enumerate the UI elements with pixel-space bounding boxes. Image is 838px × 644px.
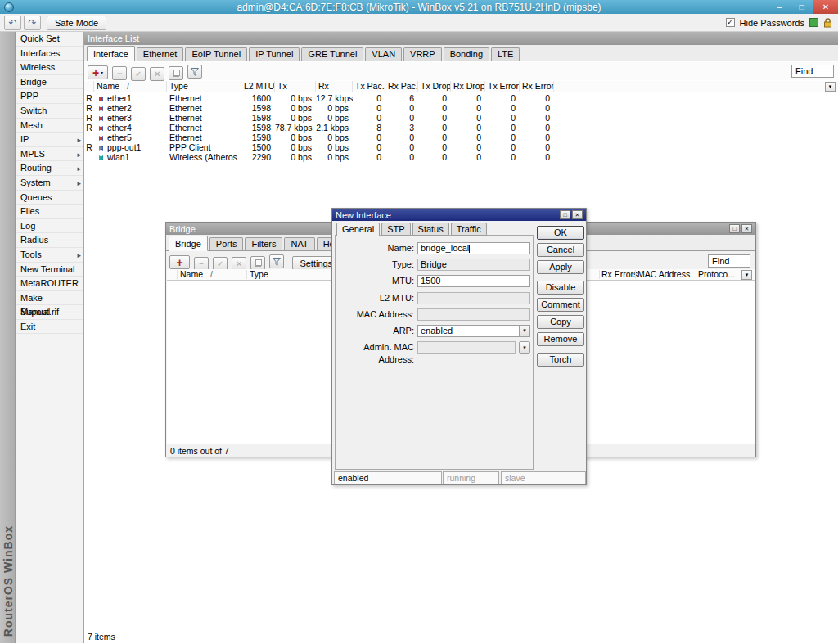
column-header-l2mtu[interactable]: L2 MTU [241,81,275,92]
table-row[interactable]: R ether2 Ethernet 1598 0 bps 0 bps 0 0 0… [84,103,838,113]
dialog-close-button[interactable]: ✕ [572,210,583,219]
tab-eoip-tunnel[interactable]: EoIP Tunnel [185,47,247,61]
sidebar-item-radius[interactable]: Radius [16,233,83,248]
table-row[interactable]: R ether3 Ethernet 1598 0 bps 0 bps 0 0 0… [84,113,838,123]
table-row[interactable]: R ether4 Ethernet 1598 78.7 kbps 2.1 kbp… [84,123,838,133]
column-header-rx-packets[interactable]: Rx Pac... [385,81,418,92]
arp-dropdown-button[interactable]: ▼ [519,326,529,336]
bridge-column-name[interactable]: Name/ [180,269,213,280]
safe-mode-button[interactable]: Safe Mode [47,16,106,30]
enable-button[interactable]: ✓ [131,67,146,81]
remove-button[interactable]: − [112,66,127,80]
sidebar-item-mpls[interactable]: MPLS▸ [16,147,83,162]
interface-list-titlebar[interactable]: Interface List [84,32,838,45]
sidebar-item-bridge[interactable]: Bridge [16,75,83,90]
column-header-rx[interactable]: Rx [316,81,353,92]
tab-vlan[interactable]: VLAN [365,47,402,61]
tab-gre-tunnel[interactable]: GRE Tunnel [301,47,363,61]
new-interface-titlebar[interactable]: New Interface □ ✕ [332,209,586,221]
torch-button[interactable]: Torch [537,353,584,367]
close-button[interactable]: ✕ [813,0,838,14]
sidebar-item-quick-set[interactable]: Quick Set [16,32,83,47]
cancel-button[interactable]: Cancel [537,243,584,257]
tab-stp[interactable]: STP [381,223,410,236]
app-titlebar[interactable]: admin@D4:CA:6D:7E:F8:CB (MikroTik) - Win… [0,0,838,14]
bridge-column-picker-button[interactable]: ▼ [741,270,752,280]
sidebar-item-system[interactable]: System▸ [16,176,83,191]
tab-general[interactable]: General [336,223,380,236]
bridge-find-input[interactable]: Find [708,254,750,268]
sidebar-item-routing[interactable]: Routing▸ [16,161,83,176]
filter-bridge-button[interactable] [269,254,284,268]
tab-filters[interactable]: Filters [245,237,282,250]
undo-button[interactable]: ↶ [4,16,21,30]
ok-button[interactable]: OK [537,226,584,240]
sidebar-item-wireless[interactable]: Wireless [16,61,83,75]
bridge-column-mac-address[interactable]: MAC Address [638,269,690,280]
tab-status[interactable]: Status [412,223,449,236]
sidebar-item-ip[interactable]: IP▸ [16,133,83,147]
column-header-name[interactable]: Name/ [94,81,167,92]
column-header-tx-drops[interactable]: Tx Drops [418,81,451,92]
column-header-rx-drops[interactable]: Rx Drops [451,81,485,92]
table-row[interactable]: R ether1 Ethernet 1600 0 bps 12.7 kbps 0… [84,93,838,103]
hide-passwords-checkbox[interactable]: ✓ [726,18,735,27]
sidebar-item-switch[interactable]: Switch [16,104,83,119]
table-row[interactable]: wlan1 Wireless (Atheros 11N) 2290 0 bps … [84,152,838,162]
bridge-maximize-button[interactable]: □ [729,224,740,233]
sidebar-item-interfaces[interactable]: Interfaces [16,47,83,61]
sidebar-item-new-terminal[interactable]: New Terminal [16,263,83,277]
column-header-tx-packets[interactable]: Tx Pac... [353,81,385,92]
table-row[interactable]: R ppp-out1 PPP Client 1500 0 bps 0 bps 0… [84,142,838,152]
remove-bridge-button[interactable]: − [194,257,209,271]
sidebar-item-log[interactable]: Log [16,219,83,234]
filter-button[interactable] [187,65,202,79]
bridge-column-rx-errors[interactable]: Rx Errors [601,269,638,280]
disable-button[interactable]: Disable [537,281,584,295]
bridge-close-button[interactable]: ✕ [741,224,752,233]
tab-nat[interactable]: NAT [284,237,314,250]
add-bridge-button[interactable]: + [169,255,190,269]
sidebar-item-files[interactable]: Files [16,205,83,219]
sidebar-item-queues[interactable]: Queues [16,191,83,205]
column-header-type[interactable]: Type [167,81,241,92]
redo-button[interactable]: ↷ [24,16,41,30]
column-header-tx-errors[interactable]: Tx Errors [485,81,520,92]
dialog-maximize-button[interactable]: □ [560,210,570,219]
tab-ethernet[interactable]: Ethernet [137,47,184,61]
find-input[interactable]: Find [791,65,834,78]
mtu-input[interactable]: 1500 [417,275,530,287]
tab-ip-tunnel[interactable]: IP Tunnel [249,47,300,61]
tab-bonding[interactable]: Bonding [444,47,489,61]
admin-mac-dropdown-button[interactable]: ▼ [519,341,530,354]
sidebar-item-make-supout[interactable]: Make Supout.rif [16,291,83,306]
maximize-button[interactable]: □ [791,0,813,14]
disable-bridge-button[interactable]: ✕ [232,257,246,271]
name-input[interactable]: bridge_local [417,242,530,254]
tab-interface[interactable]: Interface [87,46,135,61]
sidebar-item-manual[interactable]: Manual [16,305,83,320]
column-header-tx[interactable]: Tx [275,81,316,92]
column-picker-button[interactable]: ▼ [825,82,836,92]
tab-vrrp[interactable]: VRRP [403,47,442,61]
column-header-rx-errors[interactable]: Rx Errors [520,81,554,92]
tab-lte[interactable]: LTE [491,47,520,61]
arp-select[interactable]: enabled▼ [417,325,530,337]
remove-button[interactable]: Remove [537,332,584,346]
bridge-column-protocol[interactable]: Protoco... [698,269,735,280]
sidebar-item-metarouter[interactable]: MetaROUTER [16,277,83,291]
bridge-column-type[interactable]: Type [250,269,268,280]
sidebar-item-ppp[interactable]: PPP [16,89,83,104]
tab-ports[interactable]: Ports [210,237,244,250]
tab-traffic[interactable]: Traffic [451,223,487,236]
sidebar-item-tools[interactable]: Tools▸ [16,248,83,263]
apply-button[interactable]: Apply [537,260,584,274]
sidebar-item-exit[interactable]: Exit [16,320,83,335]
comment-bridge-button[interactable] [250,256,265,270]
table-row[interactable]: ether5 Ethernet 1598 0 bps 0 bps 0 0 0 0… [84,133,838,142]
comment-button[interactable] [169,66,183,80]
copy-button[interactable]: Copy [537,315,584,329]
tab-bridge[interactable]: Bridge [169,236,208,251]
comment-button[interactable]: Comment [537,298,584,312]
sidebar-item-mesh[interactable]: Mesh [16,119,83,133]
